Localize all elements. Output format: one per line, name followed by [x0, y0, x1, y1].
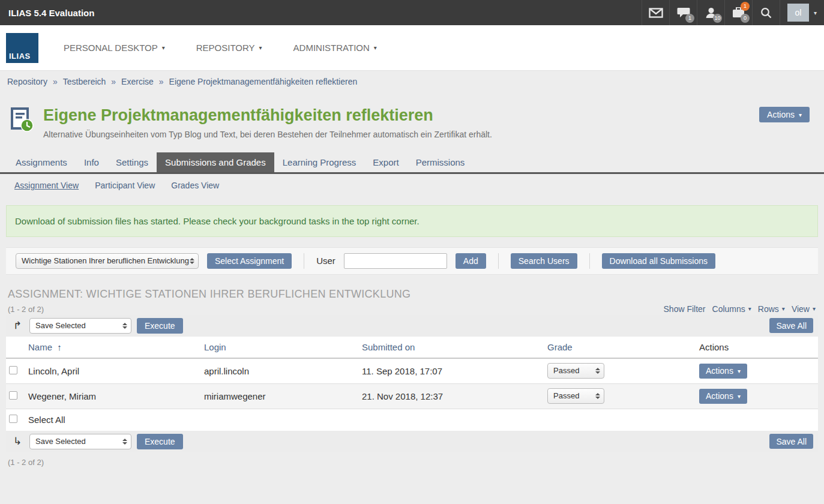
cell-submitted: 21. Nov 2018, 12:37 [362, 391, 547, 401]
chat-button[interactable]: 1 [669, 0, 697, 25]
background-tasks-new-badge: 1 [741, 2, 750, 11]
who-is-online-badge: 10 [713, 14, 722, 23]
sort-by-grade-link[interactable]: Grade [547, 342, 573, 352]
caret-down-icon: ▾ [748, 305, 751, 312]
page-actions-button[interactable]: Actions ▾ [759, 107, 810, 122]
bulk-top-arrow-icon: ↱ [13, 319, 24, 332]
toolbar-divider [498, 253, 499, 269]
bulk-action-value: Save Selected [35, 437, 86, 446]
row-actions-label: Actions [706, 366, 733, 376]
row-checkbox[interactable] [9, 391, 17, 400]
save-all-button-bottom[interactable]: Save All [769, 434, 813, 449]
user-input[interactable] [344, 253, 447, 269]
main-nav: PERSONAL DESKTOP ▾ REPOSITORY ▾ ADMINIST… [64, 43, 377, 53]
breadcrumb: Repository » Testbereich » Exercise » Ei… [0, 71, 824, 91]
caret-down-icon: ▾ [738, 393, 741, 400]
select-stepper-icon [122, 323, 127, 329]
table-header-row: Name ↑ Login Submitted on Grade Actions [6, 337, 818, 359]
caret-down-icon: ▾ [799, 112, 802, 118]
tab-export[interactable]: Export [364, 152, 407, 172]
tab-permissions[interactable]: Permissions [407, 152, 474, 172]
mail-button[interactable] [642, 0, 669, 25]
who-is-online-button[interactable]: 10 [697, 0, 724, 25]
cell-login: miriamwegener [204, 391, 362, 401]
user-avatar: ol [787, 4, 809, 22]
nav-label: PERSONAL DESKTOP [64, 43, 158, 53]
tab-learning-progress[interactable]: Learning Progress [274, 152, 365, 172]
sort-by-name-link[interactable]: Name [28, 342, 52, 352]
columns-label: Columns [712, 304, 745, 314]
execute-button-bottom[interactable]: Execute [137, 434, 183, 449]
result-range-bottom: (1 - 2 of 2) [8, 458, 824, 467]
subtab-assignment-view[interactable]: Assignment View [14, 181, 79, 190]
subtab-bar: Assignment View Participant View Grades … [0, 174, 824, 194]
nav-repository[interactable]: REPOSITORY ▾ [196, 43, 262, 53]
bulk-actions-bottom: ↳ Save Selected Execute Save All [6, 431, 818, 452]
breadcrumb-separator: » [53, 77, 58, 86]
nav-administration[interactable]: ADMINISTRATION ▾ [293, 43, 377, 53]
breadcrumb-current[interactable]: Eigene Projektmanagementfähigkeiten refl… [169, 77, 358, 86]
row-checkbox[interactable] [9, 366, 17, 374]
table-row: Lincoln, April april.lincoln 11. Sep 201… [6, 359, 818, 384]
title-block: Eigene Projektmanagementfähigkeiten refl… [0, 91, 824, 139]
select-assignment-button[interactable]: Select Assignment [207, 253, 292, 269]
select-all-checkbox[interactable] [9, 415, 17, 423]
main-header: ILIAS PERSONAL DESKTOP ▾ REPOSITORY ▾ AD… [0, 25, 824, 71]
nav-label: ADMINISTRATION [293, 43, 370, 53]
caret-down-icon: ▾ [162, 44, 165, 51]
execute-button-top[interactable]: Execute [137, 318, 183, 334]
caret-down-icon: ▾ [814, 10, 817, 16]
bulk-action-select-bottom[interactable]: Save Selected [29, 434, 131, 449]
tab-assignments[interactable]: Assignments [7, 152, 76, 172]
tab-settings[interactable]: Settings [107, 152, 157, 172]
caret-down-icon: ▾ [813, 305, 816, 312]
exercise-icon [8, 107, 35, 133]
breadcrumb-exercise[interactable]: Exercise [121, 77, 154, 86]
user-menu-button[interactable]: ol ▾ [780, 0, 824, 25]
assignment-select[interactable]: Wichtige Stationen Ihrer beruflichen Ent… [16, 253, 199, 269]
columns-dropdown[interactable]: Columns ▾ [712, 304, 751, 314]
grade-select[interactable]: Passed [547, 388, 604, 404]
save-all-button-top[interactable]: Save All [769, 318, 813, 333]
page-actions-label: Actions [767, 110, 795, 119]
actions-column-header: Actions [699, 342, 729, 352]
sort-by-login-link[interactable]: Login [204, 342, 226, 352]
ilias-logo[interactable]: ILIAS [6, 33, 38, 63]
tab-submissions-and-grades[interactable]: Submissions and Grades [157, 152, 274, 172]
subtab-grades-view[interactable]: Grades View [171, 181, 219, 190]
grade-select-value: Passed [553, 366, 579, 375]
assignment-select-value: Wichtige Stationen Ihrer beruflichen Ent… [22, 256, 189, 265]
row-actions-button[interactable]: Actions ▾ [699, 364, 747, 379]
rows-dropdown[interactable]: Rows ▾ [758, 304, 785, 314]
download-all-submissions-button[interactable]: Download all Submissions [602, 253, 715, 269]
breadcrumb-repository[interactable]: Repository [7, 77, 47, 86]
show-filter-link[interactable]: Show Filter [664, 304, 706, 314]
tab-info[interactable]: Info [76, 152, 107, 172]
breadcrumb-testbereich[interactable]: Testbereich [63, 77, 106, 86]
sort-asc-icon: ↑ [57, 342, 62, 352]
row-actions-label: Actions [706, 391, 733, 401]
app-title: ILIAS 5.4 Evaluation [0, 8, 642, 18]
row-actions-button[interactable]: Actions ▾ [699, 389, 747, 404]
bulk-action-select-top[interactable]: Save Selected [29, 318, 131, 334]
select-stepper-icon [190, 258, 194, 264]
sort-by-submitted-link[interactable]: Submitted on [362, 342, 415, 352]
view-dropdown[interactable]: View ▾ [792, 304, 816, 314]
subtab-participant-view[interactable]: Participant View [95, 181, 155, 190]
cell-login: april.lincoln [204, 366, 362, 376]
add-user-button[interactable]: Add [456, 253, 486, 269]
page-description: Alternative Übungseinheiten vom Typ Blog… [43, 130, 492, 139]
page-title: Eigene Projektmanagementfähigkeiten refl… [43, 107, 492, 125]
bulk-bottom-arrow-icon: ↳ [13, 435, 24, 448]
cell-name: Wegener, Miriam [28, 391, 204, 401]
grade-select[interactable]: Passed [547, 363, 604, 379]
bulk-action-value: Save Selected [35, 321, 86, 330]
select-all-row: Select All [6, 409, 818, 431]
nav-personal-desktop[interactable]: PERSONAL DESKTOP ▾ [64, 43, 165, 53]
view-label: View [792, 304, 810, 314]
toolbar-divider [589, 253, 590, 269]
search-users-button[interactable]: Search Users [511, 253, 577, 269]
background-tasks-button[interactable]: 1 0 [724, 0, 752, 25]
chat-badge: 1 [685, 14, 694, 23]
search-button[interactable] [752, 0, 780, 25]
